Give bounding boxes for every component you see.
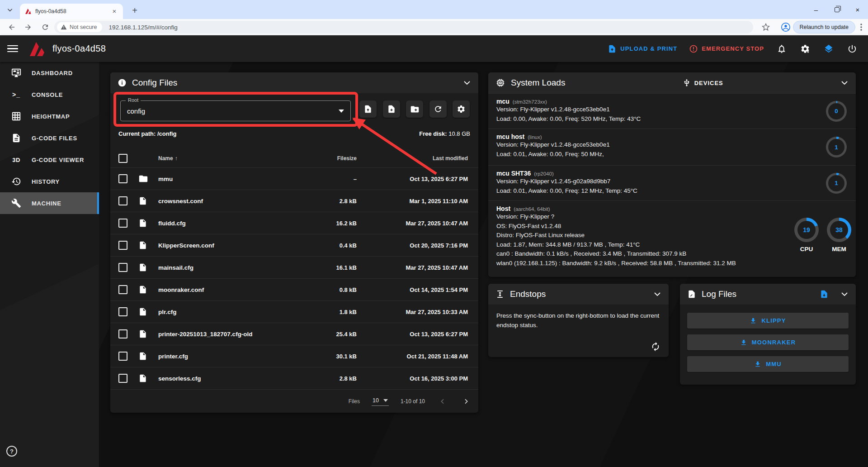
table-row[interactable]: printer.cfg 30.1 kB Oct 21, 2025 11:48 A… [110,345,478,367]
table-row[interactable]: moonraker.conf 0.8 kB Oct 14, 2025 1:54 … [110,278,478,300]
browser-menu-icon[interactable] [857,23,865,32]
log-files-header: Log Files [680,284,856,305]
bookmark-star-icon[interactable] [760,22,771,33]
klippy-log-button[interactable]: KLIPPY [687,313,849,329]
profile-icon[interactable] [780,22,791,33]
collapse-chevron-icon[interactable] [653,290,661,298]
table-row[interactable]: printer-20251013_182707.cfg-old 25.4 kB … [110,323,478,345]
app-title: flyos-0a4d58 [52,43,106,54]
collapse-chevron-icon[interactable] [463,79,471,87]
window-restore-button[interactable] [826,0,847,19]
tab-search-button[interactable] [4,4,16,16]
row-checkbox[interactable] [118,307,127,316]
sidebar-item-console[interactable]: >_ CONSOLE [0,84,99,105]
download-all-logs-icon[interactable] [820,290,829,299]
3d-icon: 3D [11,154,22,165]
sidebar-item-label: G-CODE VIEWER [32,157,84,163]
column-name[interactable]: Name↑ [158,155,284,162]
column-filesize[interactable]: Filesize [284,155,357,162]
window-minimize-button[interactable]: – [806,0,826,19]
collapse-chevron-icon[interactable] [840,290,849,298]
pagination: Files 10 1-10 of 10 [110,389,478,413]
root-select-value: config [127,107,145,115]
row-checkbox[interactable] [118,174,127,183]
row-checkbox[interactable] [118,263,127,272]
row-checkbox[interactable] [118,329,127,338]
browser-toolbar: Not secure 192.168.1.125/m/#/config Rela… [0,19,868,35]
row-checkbox[interactable] [118,374,127,383]
select-all-checkbox[interactable] [118,154,127,163]
relaunch-to-update-button[interactable]: Relaunch to update [793,21,855,33]
mmu-log-button[interactable]: MMU [687,356,849,372]
sidebar-item-gcode-files[interactable]: G-CODE FILES [0,127,99,149]
upload-file-button[interactable] [359,100,377,118]
mcu-section: mcu(stm32h723xx) Version: Fly-Klipper v1… [488,93,856,129]
per-page-select[interactable]: 10 [372,396,389,406]
sync-button[interactable] [650,341,661,353]
sidebar-item-history[interactable]: HISTORY [0,171,99,192]
download-icon [750,317,757,324]
new-tab-button[interactable]: + [128,5,141,17]
restore-icon [835,7,840,12]
emergency-stop-button[interactable]: EMERGENCY STOP [689,44,764,53]
table-row[interactable]: plr.cfg 1.8 kB Mar 27, 2025 10:33 AM [110,300,478,323]
interface-settings-icon[interactable] [799,43,811,55]
power-icon[interactable] [846,43,858,55]
row-checkbox[interactable] [118,196,127,205]
browser-tab[interactable]: flyos-0a4d58 × [20,4,123,19]
row-checkbox[interactable] [118,219,127,228]
chip-icon [495,78,505,88]
create-file-button[interactable] [383,100,400,118]
sidebar-item-gcode-viewer[interactable]: 3D G-CODE VIEWER [0,149,99,171]
table-row[interactable]: crowsnest.conf 2.8 kB Mar 1, 2025 11:10 … [110,190,478,212]
gear-icon [457,105,466,114]
menu-hamburger-button[interactable] [7,43,18,54]
table-row[interactable]: mmu – Oct 13, 2025 6:27 PM [110,167,478,190]
prev-page-button[interactable] [437,396,448,407]
row-checkbox[interactable] [118,352,127,361]
config-files-panel: Config Files Root config [110,72,478,413]
row-checkbox[interactable] [118,241,127,250]
flyos-logo [28,41,47,57]
back-button[interactable] [6,22,17,33]
mcu-sht36-load-gauge: 1 [826,173,847,194]
settings-button[interactable] [453,100,470,118]
column-last-modified[interactable]: Last modified [357,155,468,162]
root-select[interactable]: Root config [120,100,351,121]
grid-icon [11,111,22,122]
current-path: Current path: /config [118,130,177,137]
help-button[interactable]: ? [6,446,17,457]
sidebar-item-dashboard[interactable]: DASHBOARD [0,62,99,84]
select-caret-icon [383,399,388,402]
moonraker-log-button[interactable]: MOONRAKER [687,334,849,350]
security-chip[interactable]: Not secure [57,22,102,32]
table-row[interactable]: KlipperScreen.conf 0.4 kB Oct 20, 2025 7… [110,234,478,256]
layers-icon[interactable] [823,43,835,55]
devices-button[interactable]: DEVICES [683,79,723,87]
collapse-chevron-icon[interactable] [840,79,849,87]
panel-title: System Loads [511,78,565,88]
row-checkbox[interactable] [118,285,127,294]
sidebar-item-label: G-CODE FILES [32,135,77,142]
upload-and-print-button[interactable]: UPLOAD & PRINT [608,44,677,53]
sidebar-item-machine[interactable]: MACHINE [0,192,99,214]
refresh-button[interactable] [429,100,447,118]
sidebar-item-heightmap[interactable]: HEIGHTMAP [0,105,99,127]
address-bar[interactable]: Not secure 192.168.1.125/m/#/config [54,21,753,33]
endstops-panel: Endstops Press the sync-button on the ri… [488,284,669,357]
autorenew-icon [651,342,660,352]
reload-button[interactable] [40,22,51,33]
tab-close-icon[interactable]: × [110,7,118,15]
next-page-button[interactable] [460,396,472,407]
mem-gauge: 38 MEM [827,218,851,253]
create-folder-button[interactable] [406,100,423,118]
root-select-label: Root [126,97,141,103]
forward-button[interactable] [23,22,33,33]
table-row[interactable]: mainsail.cfg 16.1 kB Mar 27, 2025 10:47 … [110,256,478,278]
window-close-button[interactable]: × [847,0,868,19]
notifications-bell-icon[interactable] [776,43,788,55]
panel-title: Endstops [510,289,546,299]
table-row[interactable]: fluidd.cfg 16.2 kB Mar 27, 2025 10:47 AM [110,212,478,234]
table-row[interactable]: sensorless.cfg 2.8 kB Oct 16, 2025 3:00 … [110,367,478,389]
file-icon [138,263,147,272]
